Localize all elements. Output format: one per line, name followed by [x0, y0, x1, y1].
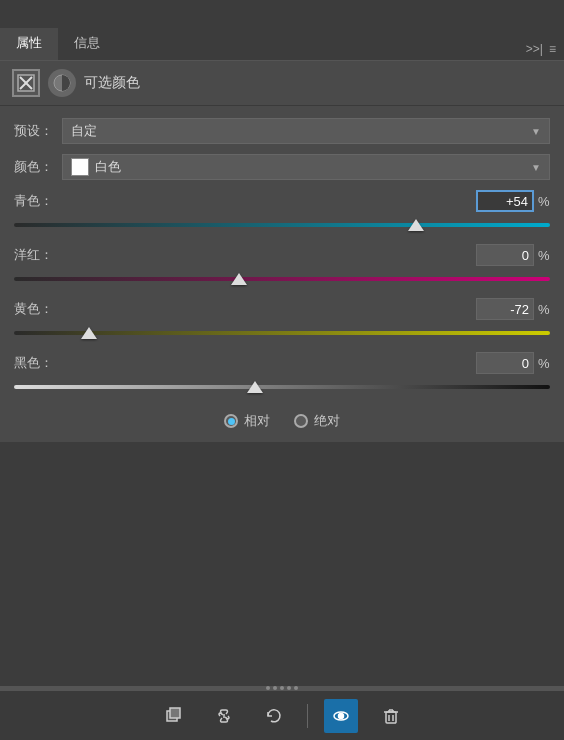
black-percent: %: [538, 356, 550, 371]
cyan-label: 青色：: [14, 192, 54, 210]
slider-cyan-row: 青色： %: [14, 190, 550, 212]
color-dropdown[interactable]: 白色 ▼: [62, 154, 550, 180]
panel-icon-cross: [12, 69, 40, 97]
menu-icon[interactable]: ≡: [549, 42, 556, 56]
slider-magenta-row: 洋红： %: [14, 244, 550, 266]
preset-arrow-icon: ▼: [531, 126, 541, 137]
yellow-input-wrap: %: [476, 298, 550, 320]
yellow-input[interactable]: [476, 298, 534, 320]
magenta-thumb[interactable]: [231, 273, 247, 285]
cyan-thumb[interactable]: [408, 219, 424, 231]
tab-icons: >>| ≡: [526, 42, 564, 60]
color-swatch: [71, 158, 89, 176]
svg-rect-5: [170, 708, 180, 718]
radio-relative-inner: [228, 418, 235, 425]
radio-row: 相对 绝对: [14, 412, 550, 430]
delete-button[interactable]: [374, 699, 408, 733]
cyan-input[interactable]: [476, 190, 534, 212]
preset-value: 自定: [71, 122, 531, 140]
reset-button[interactable]: [257, 699, 291, 733]
radio-absolute[interactable]: 绝对: [294, 412, 340, 430]
black-input-wrap: %: [476, 352, 550, 374]
magenta-input-wrap: %: [476, 244, 550, 266]
color-arrow-icon: ▼: [531, 162, 541, 173]
black-track[interactable]: [14, 376, 550, 398]
yellow-label: 黄色：: [14, 300, 54, 318]
tab-bar: 属性 信息 >>| ≡: [0, 0, 564, 61]
tab-properties[interactable]: 属性: [0, 28, 58, 60]
sliders-container: 青色： % 洋红： %: [14, 190, 550, 398]
slider-yellow: 黄色： %: [14, 298, 550, 344]
black-input[interactable]: [476, 352, 534, 374]
main-content: 预设： 自定 ▼ 颜色： 白色 ▼ 青色： %: [0, 106, 564, 442]
preset-dropdown[interactable]: 自定 ▼: [62, 118, 550, 144]
slider-black-row: 黑色： %: [14, 352, 550, 374]
preset-label: 预设：: [14, 122, 54, 140]
black-thumb[interactable]: [247, 381, 263, 393]
magenta-track[interactable]: [14, 268, 550, 290]
visibility-button[interactable]: [324, 699, 358, 733]
cyan-percent: %: [538, 194, 550, 209]
svg-point-8: [338, 713, 343, 718]
color-label: 颜色：: [14, 158, 54, 176]
color-row: 颜色： 白色 ▼: [14, 154, 550, 180]
radio-relative-outer: [224, 414, 238, 428]
magenta-input[interactable]: [476, 244, 534, 266]
tab-info[interactable]: 信息: [58, 28, 116, 60]
color-value: 白色: [95, 158, 531, 176]
panel-header: 可选颜色: [0, 61, 564, 106]
radio-absolute-outer: [294, 414, 308, 428]
panel-icon-circle: [48, 69, 76, 97]
magenta-percent: %: [538, 248, 550, 263]
black-track-bar: [14, 385, 550, 389]
panel-title: 可选颜色: [84, 74, 140, 92]
radio-absolute-label: 绝对: [314, 412, 340, 430]
black-label: 黑色：: [14, 354, 54, 372]
yellow-track[interactable]: [14, 322, 550, 344]
mask-button[interactable]: [157, 699, 191, 733]
yellow-thumb[interactable]: [81, 327, 97, 339]
slider-black: 黑色： %: [14, 352, 550, 398]
slider-cyan: 青色： %: [14, 190, 550, 236]
radio-relative[interactable]: 相对: [224, 412, 270, 430]
radio-relative-label: 相对: [244, 412, 270, 430]
magenta-label: 洋红：: [14, 246, 54, 264]
forward-icon[interactable]: >>|: [526, 42, 543, 56]
bottom-toolbar: [0, 690, 564, 740]
slider-magenta: 洋红： %: [14, 244, 550, 290]
svg-rect-9: [386, 712, 396, 723]
preset-row: 预设： 自定 ▼: [14, 118, 550, 144]
yellow-percent: %: [538, 302, 550, 317]
cyan-input-wrap: %: [476, 190, 550, 212]
cyan-track-bar: [14, 223, 550, 227]
magenta-track-bar: [14, 277, 550, 281]
slider-yellow-row: 黄色： %: [14, 298, 550, 320]
cyan-track[interactable]: [14, 214, 550, 236]
toolbar-divider: [307, 704, 308, 728]
link-button[interactable]: [207, 699, 241, 733]
